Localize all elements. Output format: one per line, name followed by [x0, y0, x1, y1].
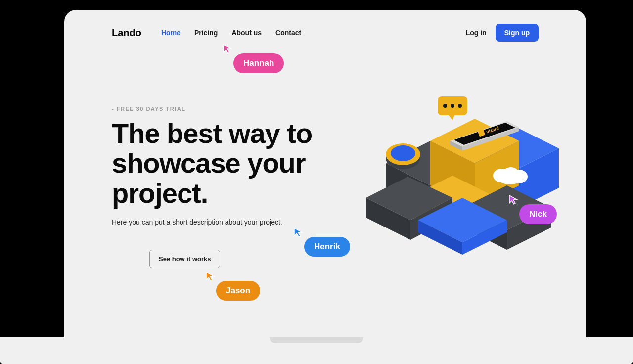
- collab-label: Nick: [519, 204, 557, 224]
- collab-cursor-henrik: Henrik: [293, 227, 304, 240]
- signup-button[interactable]: Sign up: [496, 24, 539, 42]
- svg-marker-25: [448, 114, 455, 120]
- svg-point-27: [451, 104, 454, 108]
- collab-label: Jason: [216, 281, 260, 301]
- hero-title: The best way to showcase your project.: [112, 119, 339, 208]
- nav-right: Log in Sign up: [466, 24, 539, 42]
- collab-cursor-nick: Nick: [508, 194, 519, 207]
- cursor-icon: [508, 194, 519, 205]
- collab-cursor-jason: Jason: [205, 271, 216, 284]
- svg-point-23: [391, 145, 415, 161]
- nav-links: Home Pricing About us Contact: [161, 29, 301, 37]
- navbar: Lando Home Pricing About us Contact Log …: [64, 10, 586, 42]
- nav-link-home[interactable]: Home: [161, 29, 181, 37]
- cursor-icon: [293, 227, 304, 238]
- cursor-icon: [223, 44, 233, 54]
- nav-link-pricing[interactable]: Pricing: [194, 29, 218, 37]
- login-link[interactable]: Log in: [466, 29, 487, 37]
- collab-label: Henrik: [304, 237, 350, 257]
- svg-point-26: [443, 104, 447, 108]
- nav-link-contact[interactable]: Contact: [275, 29, 301, 37]
- collab-label: Hannah: [233, 53, 284, 73]
- svg-point-28: [458, 104, 462, 108]
- collab-cursor-hannah: Hannah: [223, 44, 233, 56]
- hero-illustration: uizard: [366, 91, 559, 255]
- svg-point-37: [498, 173, 522, 184]
- laptop-notch: [270, 337, 363, 343]
- nav-link-about[interactable]: About us: [231, 29, 262, 37]
- brand-logo[interactable]: Lando: [112, 27, 141, 39]
- cursor-icon: [205, 271, 216, 282]
- cta-button[interactable]: See how it works: [149, 250, 220, 268]
